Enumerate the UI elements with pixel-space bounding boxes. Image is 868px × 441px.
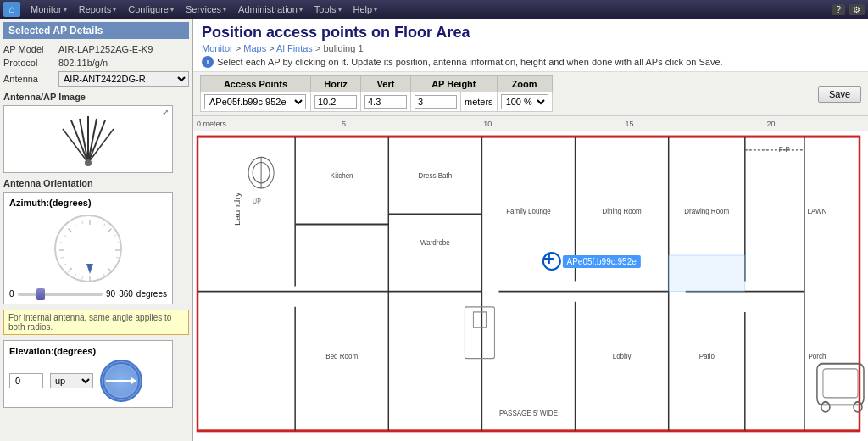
ap-icon[interactable] bbox=[542, 252, 560, 271]
svg-text:F-P: F-P bbox=[779, 145, 790, 154]
svg-text:Dress Bath: Dress Bath bbox=[419, 170, 453, 180]
ap-select[interactable]: APe05f.b99c.952e bbox=[204, 94, 306, 109]
height-unit: meters bbox=[461, 92, 498, 112]
svg-text:UP: UP bbox=[253, 198, 261, 206]
protocol-row: Protocol 802.11b/g/n bbox=[3, 58, 189, 68]
antenna-image-box: ⤢ bbox=[3, 105, 173, 173]
svg-line-4 bbox=[88, 120, 105, 163]
svg-line-24 bbox=[64, 264, 66, 265]
compass-diagram bbox=[102, 361, 141, 400]
zoom-select[interactable]: 100 % 75 % 50 % 150 % 200 % bbox=[501, 94, 548, 109]
svg-line-9 bbox=[97, 220, 97, 224]
elevation-input[interactable] bbox=[9, 373, 43, 388]
page-header: Position access points on Floor Area Mon… bbox=[193, 19, 868, 72]
antenna-diagram bbox=[54, 112, 122, 167]
breadcrumb: Monitor > Maps > Al Fintas > buliding 1 bbox=[202, 43, 860, 53]
azimuth-label: Azimuth:(degrees) bbox=[9, 198, 167, 208]
svg-line-0 bbox=[71, 120, 88, 163]
antenna-label: Antenna bbox=[3, 74, 58, 84]
chevron-down-icon: ▾ bbox=[64, 6, 67, 14]
breadcrumb-al-fintas[interactable]: Al Fintas bbox=[276, 43, 313, 53]
azimuth-unit-label: degrees bbox=[136, 289, 167, 299]
svg-rect-78 bbox=[669, 255, 745, 292]
azimuth-slider-row: 0 90 360 degrees bbox=[9, 289, 167, 299]
azimuth-max-label: 360 bbox=[119, 289, 133, 299]
svg-line-30 bbox=[75, 224, 76, 226]
horiz-input[interactable] bbox=[314, 95, 357, 109]
azimuth-thumb[interactable] bbox=[36, 288, 45, 300]
breadcrumb-maps[interactable]: Maps bbox=[243, 43, 266, 53]
th-vert: Vert bbox=[361, 76, 411, 92]
chevron-down-icon: ▾ bbox=[170, 6, 174, 14]
antenna-select[interactable]: AIR-ANT2422DG-R bbox=[58, 71, 189, 87]
svg-line-16 bbox=[114, 264, 116, 265]
right-panel: Position access points on Floor Area Mon… bbox=[193, 19, 868, 441]
save-button[interactable]: Save bbox=[818, 86, 861, 103]
svg-line-11 bbox=[108, 229, 111, 232]
nav-tools[interactable]: Tools ▾ bbox=[309, 3, 347, 16]
svg-line-18 bbox=[103, 274, 105, 276]
svg-marker-32 bbox=[86, 264, 93, 274]
chevron-down-icon: ▾ bbox=[299, 6, 303, 14]
home-button[interactable]: ⌂ bbox=[3, 2, 20, 17]
antenna-image-label: Antenna/AP Image bbox=[3, 92, 189, 102]
th-horiz: Horiz bbox=[311, 76, 361, 92]
azimuth-dial[interactable] bbox=[54, 215, 122, 282]
height-input[interactable] bbox=[415, 95, 457, 109]
nav-monitor[interactable]: Monitor ▾ bbox=[25, 3, 72, 16]
expand-icon[interactable]: ⤢ bbox=[162, 108, 169, 117]
svg-line-19 bbox=[97, 276, 97, 280]
svg-text:Family Lounge: Family Lounge bbox=[506, 207, 551, 216]
nav-configure[interactable]: Configure ▾ bbox=[123, 3, 179, 16]
svg-text:LAWN: LAWN bbox=[808, 207, 827, 216]
svg-line-28 bbox=[64, 235, 66, 237]
vert-input[interactable] bbox=[364, 95, 407, 109]
ruler-tick-5: 5 bbox=[342, 120, 346, 128]
svg-line-13 bbox=[116, 243, 120, 243]
svg-line-12 bbox=[114, 235, 116, 237]
ap-marker[interactable]: APe05f.b99c.952e bbox=[542, 252, 640, 271]
azimuth-min-label: 0 bbox=[9, 289, 14, 299]
panel-title: Selected AP Details bbox=[3, 22, 189, 39]
ap-label: APe05f.b99c.952e bbox=[562, 255, 640, 268]
svg-text:Wardrobe: Wardrobe bbox=[420, 237, 450, 247]
chevron-down-icon: ▾ bbox=[113, 6, 116, 14]
azimuth-slider[interactable] bbox=[18, 293, 103, 296]
antenna-row: Antenna AIR-ANT2422DG-R bbox=[3, 71, 189, 87]
ruler: 0 meters 5 10 15 20 bbox=[193, 116, 868, 131]
home-icon: ⌂ bbox=[8, 3, 14, 15]
breadcrumb-monitor[interactable]: Monitor bbox=[202, 43, 233, 53]
elevation-compass[interactable] bbox=[100, 360, 142, 402]
nav-administration[interactable]: Administration ▾ bbox=[233, 3, 308, 16]
svg-line-27 bbox=[60, 243, 64, 243]
svg-line-17 bbox=[108, 268, 111, 271]
ruler-tick-15: 15 bbox=[625, 120, 633, 128]
svg-point-7 bbox=[85, 159, 92, 166]
svg-line-25 bbox=[60, 257, 64, 258]
floor-plan-svg: Laundry Kitchen Dress Bath Wardrobe Fami… bbox=[193, 131, 868, 441]
svg-text:Patio: Patio bbox=[699, 351, 715, 360]
svg-line-23 bbox=[69, 268, 72, 271]
ruler-tick-10: 10 bbox=[483, 120, 492, 128]
floor-plan[interactable]: 0 meters 5 10 15 20 bbox=[193, 116, 868, 441]
nav-services[interactable]: Services ▾ bbox=[181, 3, 231, 16]
nav-reports[interactable]: Reports ▾ bbox=[74, 3, 122, 16]
settings-button[interactable]: ⚙ bbox=[849, 4, 865, 15]
ruler-tick-20: 20 bbox=[767, 120, 776, 128]
svg-text:Lobby: Lobby bbox=[613, 351, 632, 360]
ap-model-value: AIR-LAP1252AG-E-K9 bbox=[58, 44, 153, 54]
svg-text:Porch: Porch bbox=[808, 351, 826, 360]
azimuth-mid-label: 90 bbox=[106, 289, 115, 299]
help-button[interactable]: ? bbox=[832, 4, 845, 15]
ap-crosshair bbox=[542, 252, 555, 265]
svg-text:Kitchen: Kitchen bbox=[331, 170, 353, 180]
protocol-value: 802.11b/g/n bbox=[58, 58, 108, 68]
info-icon: i bbox=[202, 56, 214, 68]
svg-text:Bed Room: Bed Room bbox=[326, 351, 358, 360]
antenna-orientation-label: Antenna Orientation bbox=[3, 178, 189, 188]
th-ap-height: AP Height bbox=[411, 76, 498, 92]
nav-help[interactable]: Help ▾ bbox=[348, 3, 383, 16]
main-layout: Selected AP Details AP Model AIR-LAP1252… bbox=[0, 19, 868, 441]
azimuth-ticks bbox=[56, 216, 124, 284]
elevation-direction-select[interactable]: up down bbox=[50, 373, 93, 388]
